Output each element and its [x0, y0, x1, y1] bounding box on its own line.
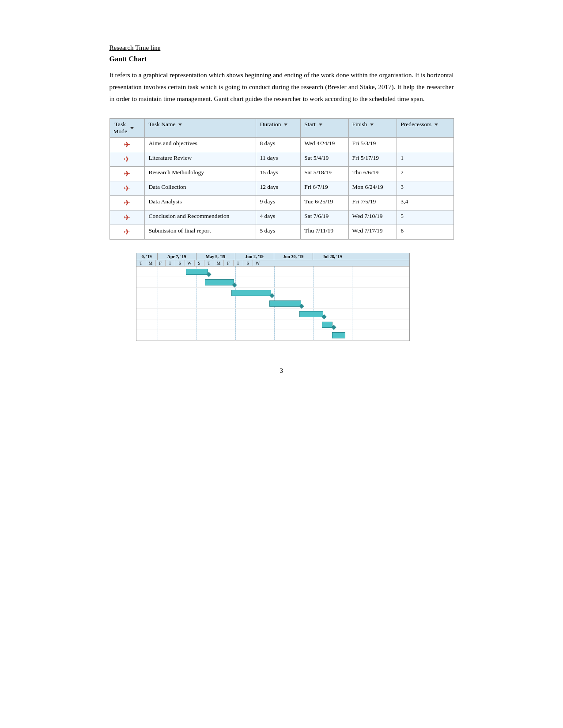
day-T2: T — [166, 260, 175, 266]
col-header-start[interactable]: Start — [301, 119, 348, 138]
day-W2: W — [253, 260, 263, 266]
period-4: Jun 30, '19 — [274, 253, 313, 260]
day-F1: F — [156, 260, 166, 266]
table-row: ✈Aims and objectives8 daysWed 4/24/19Fri… — [110, 138, 453, 152]
day-S3: S — [243, 260, 253, 266]
gantt-row-1 — [136, 266, 409, 277]
col-header-duration[interactable]: Duration — [256, 119, 301, 138]
start-cell: Fri 6/7/19 — [301, 181, 348, 196]
duration-cell: 15 days — [256, 167, 301, 181]
task-mode-cell: ✈ — [110, 225, 145, 240]
predecessors-cell: 6 — [397, 225, 453, 240]
finish-cell: Mon 6/24/19 — [348, 181, 397, 196]
task-mode-cell: ✈ — [110, 181, 145, 196]
task-name-cell: Aims and objectives — [145, 138, 256, 152]
day-F2: F — [224, 260, 234, 266]
finish-cell: Fri 7/5/19 — [348, 196, 397, 210]
day-M2: M — [214, 260, 224, 266]
body-paragraph: It refers to a graphical representation … — [110, 69, 454, 105]
task-name-cell: Conclusion and Recommendetion — [145, 210, 256, 225]
duration-cell: 4 days — [256, 210, 301, 225]
duration-cell: 11 days — [256, 152, 301, 167]
task-mode-cell: ✈ — [110, 167, 145, 181]
col-header-task-mode[interactable]: TaskMode — [110, 119, 145, 138]
predecessors-cell: 5 — [397, 210, 453, 225]
day-T1: T — [136, 260, 146, 266]
gantt-row-2 — [136, 277, 409, 288]
page-title: Research Time line — [110, 44, 454, 52]
day-T3: T — [204, 260, 214, 266]
duration-cell: 9 days — [256, 196, 301, 210]
start-cell: Wed 4/24/19 — [301, 138, 348, 152]
gantt-body — [136, 266, 409, 341]
page-number: 3 — [110, 368, 454, 375]
finish-cell: Thu 6/6/19 — [348, 167, 397, 181]
gantt-chart-container: 0, '19 Apr 7, '19 May 5, '19 Jun 2, '19 … — [136, 253, 410, 341]
period-3: Jun 2, '19 — [235, 253, 274, 260]
col-header-predecessors[interactable]: Predecessors — [397, 119, 453, 138]
bar-5 — [299, 311, 323, 317]
task-name-cell: Submission of final report — [145, 225, 256, 240]
gantt-chart-wrapper: 0, '19 Apr 7, '19 May 5, '19 Jun 2, '19 … — [136, 253, 454, 341]
bar-1 — [186, 269, 208, 275]
gantt-row-5 — [136, 309, 409, 319]
day-S1: S — [175, 260, 185, 266]
task-name-cell: Literature Review — [145, 152, 256, 167]
gantt-row-6 — [136, 319, 409, 330]
gantt-heading: Gantt Chart — [110, 55, 454, 63]
finish-cell: Wed 7/10/19 — [348, 210, 397, 225]
period-5: Jul 28, '19 — [313, 253, 352, 260]
day-S2: S — [195, 260, 204, 266]
day-T4: T — [234, 260, 243, 266]
start-cell: Tue 6/25/19 — [301, 196, 348, 210]
finish-cell: Fri 5/3/19 — [348, 138, 397, 152]
bar-6 — [322, 322, 333, 328]
gantt-row-7 — [136, 330, 409, 341]
table-row: ✈Data Analysis9 daysTue 6/25/19Fri 7/5/1… — [110, 196, 453, 210]
gantt-subheader-days: T M F T S W S T M F T S W — [136, 260, 409, 266]
finish-cell: Wed 7/17/19 — [348, 225, 397, 240]
bar-4 — [269, 300, 301, 307]
table-row: ✈Conclusion and Recommendetion4 daysSat … — [110, 210, 453, 225]
day-W1: W — [185, 260, 195, 266]
gantt-header-dates: 0, '19 Apr 7, '19 May 5, '19 Jun 2, '19 … — [136, 253, 409, 260]
start-cell: Sat 5/4/19 — [301, 152, 348, 167]
col-header-finish[interactable]: Finish — [348, 119, 397, 138]
bar-7 — [332, 332, 345, 338]
task-mode-cell: ✈ — [110, 138, 145, 152]
finish-cell: Fri 5/17/19 — [348, 152, 397, 167]
predecessors-cell: 2 — [397, 167, 453, 181]
duration-cell: 5 days — [256, 225, 301, 240]
gantt-table: TaskMode Task Name Duration Start Finish — [110, 118, 454, 240]
period-0: 0, '19 — [136, 253, 158, 260]
predecessors-cell: 1 — [397, 152, 453, 167]
table-row: ✈Literature Review11 daysSat 5/4/19Fri 5… — [110, 152, 453, 167]
task-name-cell: Data Analysis — [145, 196, 256, 210]
table-row: ✈Research Methodology15 daysSat 5/18/19T… — [110, 167, 453, 181]
table-row: ✈Data Collection12 daysFri 6/7/19Mon 6/2… — [110, 181, 453, 196]
duration-cell: 8 days — [256, 138, 301, 152]
predecessors-cell: 3 — [397, 181, 453, 196]
gantt-table-wrapper: TaskMode Task Name Duration Start Finish — [110, 118, 454, 240]
task-name-cell: Data Collection — [145, 181, 256, 196]
predecessors-cell — [397, 138, 453, 152]
task-name-cell: Research Methodology — [145, 167, 256, 181]
start-cell: Sat 7/6/19 — [301, 210, 348, 225]
start-cell: Sat 5/18/19 — [301, 167, 348, 181]
task-mode-cell: ✈ — [110, 152, 145, 167]
start-cell: Thu 7/11/19 — [301, 225, 348, 240]
bar-3 — [231, 290, 271, 296]
period-1: Apr 7, '19 — [158, 253, 196, 260]
bar-2 — [205, 279, 234, 285]
task-mode-cell: ✈ — [110, 196, 145, 210]
day-M1: M — [146, 260, 156, 266]
task-mode-cell: ✈ — [110, 210, 145, 225]
duration-cell: 12 days — [256, 181, 301, 196]
col-header-task-name[interactable]: Task Name — [145, 119, 256, 138]
table-row: ✈Submission of final report5 daysThu 7/1… — [110, 225, 453, 240]
predecessors-cell: 3,4 — [397, 196, 453, 210]
period-2: May 5, '19 — [196, 253, 235, 260]
